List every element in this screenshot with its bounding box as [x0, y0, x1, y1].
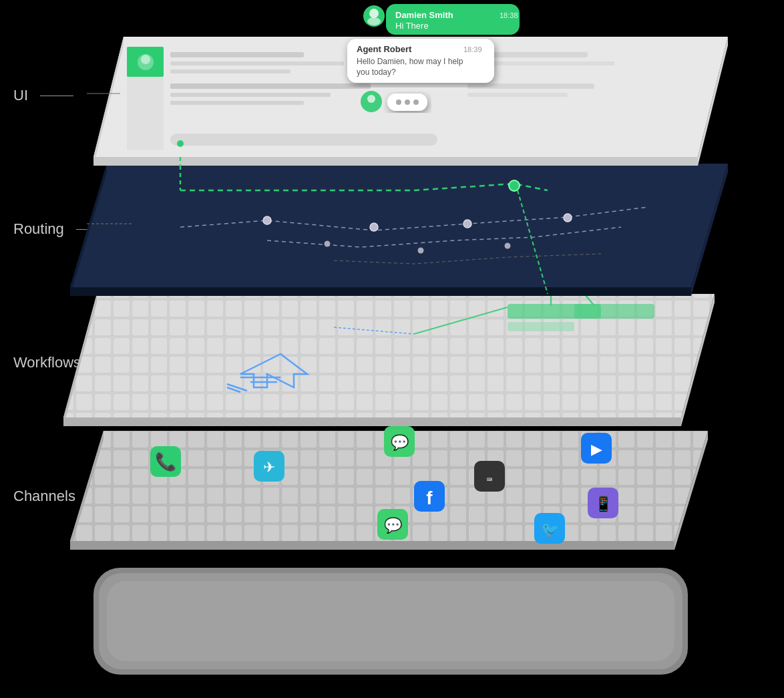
svg-point-85: [369, 9, 379, 18]
svg-point-54: [325, 241, 331, 247]
svg-rect-35: [574, 304, 654, 319]
svg-point-83: [177, 140, 184, 147]
svg-rect-73: [170, 83, 371, 89]
svg-point-50: [370, 223, 378, 231]
svg-point-100: [405, 100, 410, 105]
svg-text:💬: 💬: [391, 433, 409, 452]
svg-point-99: [396, 100, 401, 105]
channels-layer: 📞 ✈ 💬 ⌨ ▶: [70, 426, 708, 550]
svg-point-53: [509, 180, 520, 191]
svg-rect-72: [170, 69, 290, 73]
svg-rect-70: [170, 52, 304, 57]
svg-point-101: [413, 100, 419, 105]
svg-text:Hi There: Hi There: [395, 21, 429, 31]
main-diagram: 📞 ✈ 💬 ⌨ ▶: [0, 0, 784, 698]
svg-rect-79: [467, 93, 568, 97]
svg-marker-64: [93, 157, 698, 166]
svg-point-56: [505, 243, 511, 249]
svg-rect-74: [170, 93, 331, 97]
svg-text:you today?: you today?: [357, 67, 396, 77]
svg-marker-45: [70, 164, 728, 287]
svg-point-97: [367, 95, 375, 103]
svg-point-51: [463, 220, 471, 228]
svg-text:18:39: 18:39: [463, 45, 482, 53]
svg-text:f: f: [426, 488, 433, 508]
svg-text:📞: 📞: [155, 451, 177, 472]
svg-point-52: [564, 214, 572, 222]
svg-marker-9: [70, 541, 674, 550]
svg-rect-80: [170, 134, 437, 146]
svg-rect-6: [107, 581, 674, 661]
svg-point-49: [263, 216, 271, 224]
svg-point-69: [141, 55, 150, 64]
svg-text:Agent Robert: Agent Robert: [357, 44, 412, 54]
svg-text:✈: ✈: [263, 459, 275, 476]
svg-rect-78: [467, 83, 594, 89]
workflows-layer: [63, 274, 715, 426]
svg-rect-71: [170, 61, 344, 65]
svg-text:📱: 📱: [594, 495, 613, 513]
device-base: [93, 568, 688, 675]
svg-text:▶: ▶: [591, 441, 602, 458]
svg-text:💬: 💬: [384, 516, 403, 534]
svg-marker-47: [70, 287, 691, 296]
svg-text:Damien Smith: Damien Smith: [395, 10, 453, 20]
diagram-container: UI Routing Workflows Channels: [0, 0, 784, 698]
svg-text:Hello Damien, how may I help: Hello Damien, how may I help: [357, 57, 463, 66]
svg-text:🐦: 🐦: [541, 520, 560, 538]
svg-text:18:38: 18:38: [500, 11, 518, 19]
svg-text:⌨: ⌨: [487, 474, 493, 485]
svg-rect-75: [170, 101, 304, 105]
svg-rect-34: [508, 322, 574, 331]
svg-point-55: [418, 248, 424, 254]
svg-point-86: [367, 17, 381, 25]
svg-marker-31: [63, 417, 681, 426]
